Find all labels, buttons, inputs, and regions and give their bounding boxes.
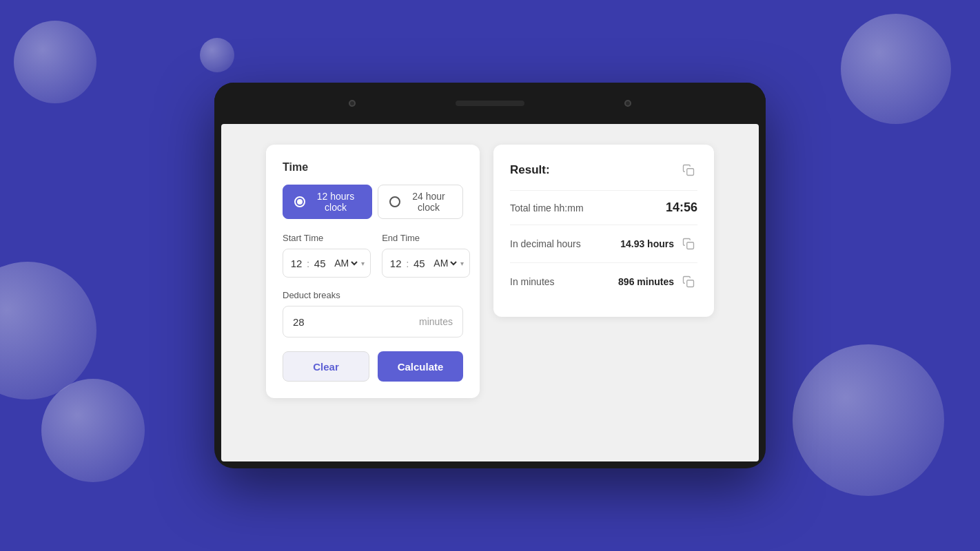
end-dropdown-icon: ▾ (460, 260, 464, 267)
copy-decimal-button[interactable] (680, 235, 697, 253)
camera-left (349, 100, 356, 107)
24h-clock-radio[interactable]: 24 hour clock (378, 185, 463, 219)
start-dropdown-icon: ▾ (361, 260, 365, 267)
end-hours: 12 (388, 258, 403, 269)
24h-clock-label: 24 hour clock (406, 191, 451, 213)
copy-all-icon (682, 164, 695, 176)
end-time-label: End Time (382, 233, 470, 243)
minutes-value: 896 minutes (618, 276, 674, 287)
result-header: Result: (510, 161, 697, 179)
camera-right (624, 100, 631, 107)
calculate-button[interactable]: Calculate (378, 351, 463, 382)
copy-minutes-button[interactable] (680, 273, 697, 291)
12h-clock-label: 12 hours clock (311, 191, 360, 213)
clock-type-radio-group: 12 hours clock 24 hour clock (283, 185, 463, 219)
bubble-2 (200, 38, 234, 72)
start-minutes: 45 (312, 258, 327, 269)
time-calculator-card: Time 12 hours clock 24 hour clock Start … (266, 145, 480, 398)
decimal-hours-value: 14.93 hours (620, 238, 674, 249)
deduct-breaks-unit: minutes (419, 316, 453, 327)
speaker (456, 101, 524, 106)
svg-rect-2 (687, 280, 694, 287)
action-buttons: Clear Calculate (283, 351, 463, 382)
bubble-4 (41, 379, 145, 482)
24h-radio-circle (389, 196, 400, 207)
end-ampm-select[interactable]: AM PM (431, 257, 459, 269)
minutes-label: In minutes (510, 276, 555, 287)
svg-rect-1 (687, 242, 694, 249)
end-time-input[interactable]: 12 : 45 AM PM ▾ (382, 249, 470, 278)
time-card-title: Time (283, 161, 463, 174)
12h-radio-circle (294, 196, 305, 207)
deduct-breaks-value: 28 (293, 316, 305, 328)
bubble-6 (841, 14, 951, 124)
end-minutes: 45 (411, 258, 427, 269)
bubble-3 (0, 262, 96, 399)
start-time-label: Start Time (283, 233, 371, 243)
start-time-group: Start Time 12 : 45 AM PM ▾ (283, 233, 371, 278)
result-row-minutes: In minutes 896 minutes (510, 262, 697, 300)
copy-all-button[interactable] (680, 161, 697, 179)
end-time-group: End Time 12 : 45 AM PM ▾ (382, 233, 470, 278)
total-time-label: Total time hh:mm (510, 202, 584, 214)
copy-minutes-icon (682, 276, 695, 288)
12h-clock-radio[interactable]: 12 hours clock (283, 185, 372, 219)
bubble-5 (793, 344, 944, 496)
minutes-right: 896 minutes (618, 273, 697, 291)
deduct-breaks-label: Deduct breaks (283, 290, 463, 300)
end-sep: : (406, 258, 409, 269)
tablet-top-bar (214, 83, 766, 124)
start-hours: 12 (289, 258, 304, 269)
time-fields-row: Start Time 12 : 45 AM PM ▾ End Time (283, 233, 463, 278)
result-title: Result: (510, 163, 550, 177)
svg-rect-0 (687, 169, 694, 176)
result-row-decimal: In decimal hours 14.93 hours (510, 225, 697, 262)
clear-button[interactable]: Clear (283, 351, 369, 382)
decimal-hours-right: 14.93 hours (620, 235, 697, 253)
start-ampm-select[interactable]: AM PM (331, 257, 360, 269)
start-sep: : (307, 258, 309, 269)
decimal-hours-label: In decimal hours (510, 238, 581, 249)
bubble-1 (14, 21, 96, 103)
copy-decimal-icon (682, 238, 695, 250)
tablet-frame: Time 12 hours clock 24 hour clock Start … (214, 83, 766, 468)
tablet-screen: Time 12 hours clock 24 hour clock Start … (221, 124, 759, 461)
start-time-input[interactable]: 12 : 45 AM PM ▾ (283, 249, 371, 278)
result-row-total: Total time hh:mm 14:56 (510, 190, 697, 225)
deduct-breaks-input[interactable]: 28 minutes (283, 306, 463, 337)
total-time-value: 14:56 (666, 200, 697, 215)
result-card: Result: Total time hh:mm 14:56 In decima… (493, 145, 714, 317)
